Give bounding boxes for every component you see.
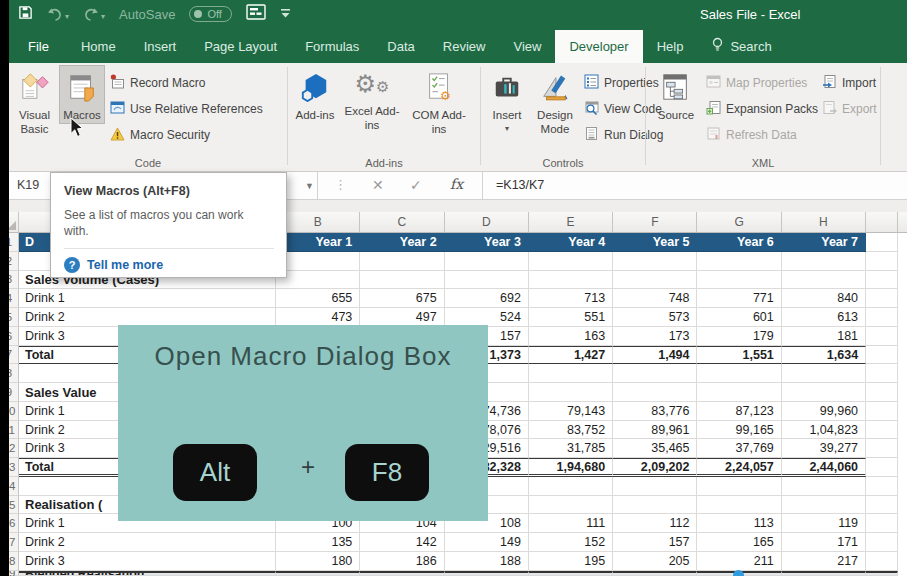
cell[interactable]: 211 — [697, 552, 781, 571]
cell[interactable]: 149 — [445, 533, 529, 552]
cell[interactable]: 601 — [697, 308, 781, 327]
cell[interactable] — [697, 477, 781, 496]
cell[interactable]: 205 — [613, 552, 697, 571]
com-add-ins-button[interactable]: ⚙ COM Add-ins — [407, 65, 471, 137]
design-mode-button[interactable]: Design Mode — [530, 65, 580, 137]
column-header-D[interactable]: D — [445, 212, 529, 232]
tab-formulas[interactable]: Formulas — [291, 30, 373, 63]
cell[interactable] — [782, 252, 866, 271]
cell[interactable]: 573 — [613, 308, 697, 327]
cell[interactable]: 2,09,202 — [613, 458, 697, 477]
name-box-caret-icon[interactable]: ▼ — [305, 181, 314, 191]
cell[interactable]: 551 — [529, 308, 613, 327]
cell-partial[interactable] — [866, 552, 898, 571]
cell[interactable]: 748 — [613, 289, 697, 308]
cell[interactable] — [276, 571, 360, 576]
cell[interactable]: 186 — [360, 552, 444, 571]
cell-partial[interactable] — [866, 402, 898, 421]
tab-developer[interactable]: Developer — [555, 30, 642, 63]
cell[interactable] — [613, 364, 697, 383]
use-relative-references-button[interactable]: Use Relative References — [110, 98, 263, 120]
cell[interactable]: 83,776 — [613, 402, 697, 421]
cell[interactable] — [782, 383, 866, 402]
cell[interactable] — [529, 364, 613, 383]
cell[interactable] — [445, 271, 529, 290]
cell[interactable]: 142 — [360, 533, 444, 552]
cell[interactable] — [276, 252, 360, 271]
cell-partial[interactable] — [866, 421, 898, 440]
cell[interactable]: 217 — [782, 552, 866, 571]
import-button[interactable]: Import — [822, 72, 876, 94]
cell[interactable]: 111 — [529, 514, 613, 533]
insert-dropdown-caret[interactable]: ▾ — [505, 124, 509, 133]
column-header-partial[interactable] — [866, 212, 898, 232]
cell[interactable]: 713 — [529, 289, 613, 308]
cell[interactable]: 152 — [529, 533, 613, 552]
cell-partial[interactable] — [866, 289, 898, 308]
cell[interactable]: 840 — [782, 289, 866, 308]
tab-data[interactable]: Data — [373, 30, 428, 63]
cell[interactable]: 1,551 — [697, 346, 781, 365]
cell[interactable] — [613, 383, 697, 402]
cell[interactable]: 165 — [697, 533, 781, 552]
tell-me-more-link[interactable]: ? Tell me more — [64, 257, 274, 273]
tab-home[interactable]: Home — [67, 30, 130, 63]
cell[interactable]: 171 — [782, 533, 866, 552]
cell[interactable]: 83,752 — [529, 421, 613, 440]
cell[interactable]: 37,769 — [697, 439, 781, 458]
confirm-entry-icon[interactable]: ✓ — [410, 177, 422, 193]
cell[interactable] — [782, 271, 866, 290]
cell[interactable]: 179 — [697, 327, 781, 346]
cell-partial[interactable] — [866, 496, 898, 515]
record-macro-button[interactable]: Record Macro — [110, 72, 205, 94]
excel-add-ins-button[interactable]: ⚙⚙ Excel Add-ins — [341, 65, 403, 133]
cell[interactable] — [360, 271, 444, 290]
cell[interactable]: 2,24,057 — [697, 458, 781, 477]
source-button[interactable]: Source — [652, 65, 700, 124]
redo-dropdown-caret[interactable]: ▾ — [101, 12, 105, 21]
cell[interactable] — [613, 571, 697, 576]
cell[interactable]: 1,427 — [529, 346, 613, 365]
cell-label[interactable]: Blended Realisation — [19, 571, 276, 576]
cell[interactable] — [697, 364, 781, 383]
cell[interactable] — [613, 252, 697, 271]
cell[interactable] — [613, 477, 697, 496]
cell[interactable]: 113 — [697, 514, 781, 533]
save-icon[interactable] — [18, 5, 33, 24]
cell[interactable]: 79,143 — [529, 402, 613, 421]
cell-partial[interactable] — [866, 364, 898, 383]
cell[interactable]: 173 — [613, 327, 697, 346]
cell[interactable]: 31,785 — [529, 439, 613, 458]
insert-function-icon[interactable]: fx — [450, 176, 463, 192]
cell[interactable]: 692 — [445, 289, 529, 308]
cell-partial[interactable] — [866, 533, 898, 552]
cell-partial[interactable] — [866, 252, 898, 271]
undo-dropdown-caret[interactable]: ▾ — [65, 12, 69, 21]
cell[interactable] — [697, 252, 781, 271]
cell[interactable]: 1,494 — [613, 346, 697, 365]
cell-label[interactable]: Drink 1 — [19, 289, 276, 308]
cell[interactable]: 119 — [782, 514, 866, 533]
cell[interactable] — [529, 383, 613, 402]
cell[interactable]: 188 — [445, 552, 529, 571]
cell[interactable]: 473 — [276, 308, 360, 327]
cell[interactable] — [276, 271, 360, 290]
cell[interactable]: 99,960 — [782, 402, 866, 421]
cell[interactable]: Year 2 — [360, 233, 444, 252]
cell[interactable] — [613, 496, 697, 515]
cell-partial[interactable] — [866, 383, 898, 402]
cell[interactable] — [697, 271, 781, 290]
cell[interactable] — [782, 364, 866, 383]
cell[interactable]: 1,94,680 — [529, 458, 613, 477]
cell-label[interactable]: Drink 2 — [19, 533, 276, 552]
cell[interactable]: Year 1 — [276, 233, 360, 252]
cell[interactable]: 39,277 — [782, 439, 866, 458]
column-header-F[interactable]: F — [613, 212, 697, 232]
cell-partial[interactable] — [866, 514, 898, 533]
cell-partial[interactable] — [866, 477, 898, 496]
cell[interactable] — [529, 477, 613, 496]
cell[interactable]: 655 — [276, 289, 360, 308]
cell[interactable] — [529, 271, 613, 290]
cell-partial[interactable] — [866, 458, 898, 477]
cell-partial[interactable] — [866, 439, 898, 458]
